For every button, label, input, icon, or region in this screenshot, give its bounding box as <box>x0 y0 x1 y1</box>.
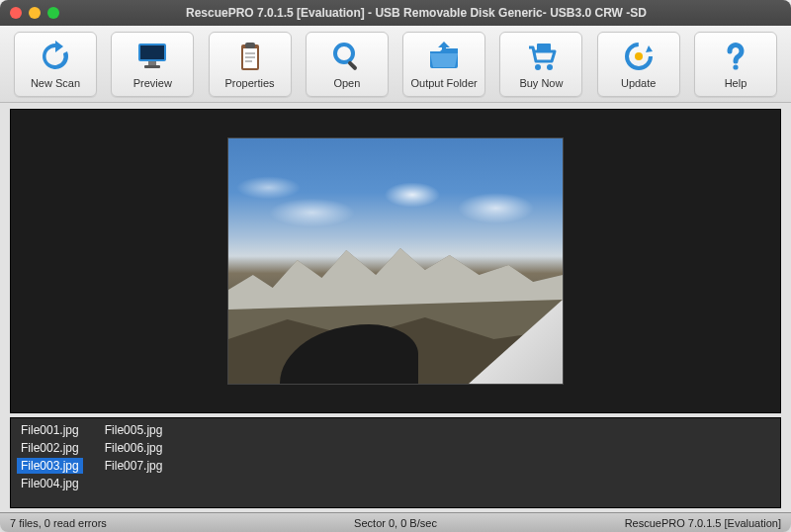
window-controls <box>10 7 59 19</box>
list-item[interactable]: File007.jpg <box>101 458 167 474</box>
update-sync-icon <box>621 40 657 73</box>
toolbar-label: Output Folder <box>410 77 477 89</box>
svg-point-10 <box>335 44 353 62</box>
refresh-arrow-icon <box>38 40 73 73</box>
monitor-icon <box>134 40 170 73</box>
svg-rect-9 <box>245 60 252 62</box>
svg-point-13 <box>547 64 553 70</box>
list-item[interactable]: File006.jpg <box>101 440 167 456</box>
list-item[interactable]: File004.jpg <box>17 476 83 491</box>
svg-rect-1 <box>140 45 164 59</box>
image-preview-pane <box>10 109 781 413</box>
toolbar-label: Properties <box>224 77 274 89</box>
toolbar-label: Open <box>333 77 360 89</box>
svg-rect-6 <box>245 43 255 48</box>
toolbar-label: Buy Now <box>519 77 563 89</box>
app-window: RescuePRO 7.0.1.5 [Evaluation] - USB Rem… <box>0 0 791 532</box>
svg-rect-14 <box>537 44 551 51</box>
titlebar: RescuePRO 7.0.1.5 [Evaluation] - USB Rem… <box>0 0 791 26</box>
update-button[interactable]: Update <box>597 32 680 97</box>
minimize-icon[interactable] <box>29 7 41 19</box>
output-folder-button[interactable]: Output Folder <box>402 32 485 97</box>
magnifier-icon <box>329 40 365 73</box>
list-item[interactable]: File001.jpg <box>17 422 83 438</box>
status-right: RescuePRO 7.0.1.5 [Evaluation] <box>625 517 781 529</box>
status-bar: 7 files, 0 read errors Sector 0, 0 B/sec… <box>0 512 791 532</box>
zoom-icon[interactable] <box>47 7 59 19</box>
help-button[interactable]: Help <box>694 32 777 97</box>
preview-image <box>227 137 564 385</box>
preview-button[interactable]: Preview <box>111 32 194 97</box>
window-title: RescuePRO 7.0.1.5 [Evaluation] - USB Rem… <box>186 6 647 20</box>
toolbar-label: Preview <box>133 77 172 89</box>
list-item[interactable]: File003.jpg <box>17 458 83 474</box>
status-left: 7 files, 0 read errors <box>10 517 107 529</box>
close-icon[interactable] <box>10 7 22 19</box>
list-item[interactable]: File005.jpg <box>101 422 167 438</box>
svg-rect-2 <box>148 61 156 65</box>
svg-point-17 <box>733 64 738 69</box>
folder-up-icon <box>426 40 462 73</box>
open-button[interactable]: Open <box>306 32 389 97</box>
question-mark-icon <box>718 40 753 73</box>
shopping-cart-icon <box>523 40 559 73</box>
toolbar-label: Update <box>621 77 656 89</box>
svg-rect-11 <box>347 60 358 71</box>
svg-point-16 <box>635 52 643 60</box>
toolbar: New Scan Preview <box>0 26 791 103</box>
svg-point-12 <box>535 64 541 70</box>
list-item[interactable]: File002.jpg <box>17 440 83 456</box>
svg-rect-8 <box>245 56 255 58</box>
svg-rect-3 <box>144 65 160 68</box>
properties-button[interactable]: Properties <box>209 32 292 97</box>
toolbar-label: New Scan <box>31 77 80 89</box>
new-scan-button[interactable]: New Scan <box>14 32 97 97</box>
svg-rect-7 <box>245 52 255 54</box>
file-list[interactable]: File001.jpg File002.jpg File003.jpg File… <box>10 417 781 508</box>
status-center: Sector 0, 0 B/sec <box>354 517 437 529</box>
buy-now-button[interactable]: Buy Now <box>499 32 582 97</box>
clipboard-icon <box>232 40 268 73</box>
toolbar-label: Help <box>725 77 747 89</box>
